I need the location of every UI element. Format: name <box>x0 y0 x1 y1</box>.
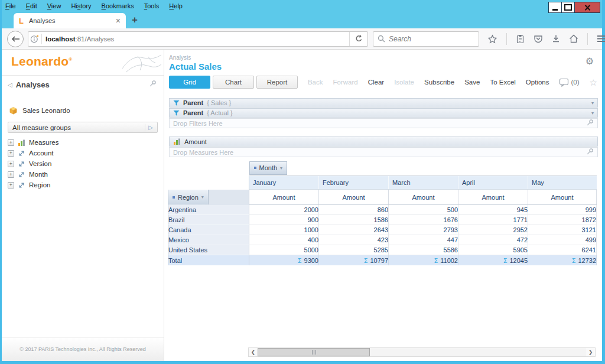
amount-cell[interactable]: 5285 <box>319 245 389 255</box>
amount-cell[interactable]: 900 <box>249 215 319 225</box>
amount-cell[interactable]: 999 <box>528 205 597 215</box>
scrollbar-thumb[interactable] <box>258 348 370 356</box>
chevron-down-icon[interactable]: ▾ <box>280 165 282 171</box>
bookmark-star-icon[interactable] <box>487 34 497 44</box>
amount-cell[interactable]: 423 <box>319 235 389 245</box>
amount-cell[interactable]: 400 <box>249 235 319 245</box>
chevron-down-icon[interactable]: ▾ <box>591 100 594 106</box>
hamburger-menu-icon[interactable] <box>597 35 605 43</box>
horizontal-scrollbar[interactable]: ❮ ❯ <box>248 347 596 357</box>
region-row-header[interactable]: Canada <box>168 225 249 235</box>
amount-cell[interactable]: 5586 <box>389 245 458 255</box>
analyses-panel-header[interactable]: ◁ Analyses <box>2 76 164 93</box>
expand-plus-icon[interactable]: + <box>8 182 14 188</box>
menu-view[interactable]: View <box>47 2 61 9</box>
close-button[interactable] <box>574 2 600 13</box>
amount-cell[interactable]: 5905 <box>458 245 528 255</box>
amount-cell[interactable]: 2952 <box>458 225 528 235</box>
menu-history[interactable]: History <box>71 2 91 9</box>
month-column-header[interactable]: May <box>528 176 597 190</box>
chevron-down-icon[interactable]: ▾ <box>201 194 204 200</box>
site-info-icon[interactable] <box>28 35 40 43</box>
measure-column-header[interactable]: Amount <box>528 190 597 205</box>
amount-cell[interactable]: 6241 <box>528 245 597 255</box>
measure-groups-selector[interactable]: All measure groups ▷ <box>8 122 158 133</box>
filter-row-parent[interactable]: Parent{ Sales }▾ <box>169 98 598 108</box>
tab-close-icon[interactable]: × <box>116 17 121 25</box>
expand-plus-icon[interactable]: + <box>8 150 14 157</box>
measure-column-header[interactable]: Amount <box>389 190 458 205</box>
amount-cell[interactable]: 499 <box>528 235 597 245</box>
tab-analyses[interactable]: L Analyses × <box>14 13 126 28</box>
amount-cell[interactable]: 5000 <box>249 245 319 255</box>
measure-column-header[interactable]: Amount <box>249 190 319 205</box>
month-column-header[interactable]: March <box>389 176 458 190</box>
clear-button[interactable]: Clear <box>368 79 384 86</box>
pin-icon[interactable] <box>586 119 594 128</box>
scroll-left-button[interactable]: ❮ <box>249 348 258 356</box>
filter-row-parent[interactable]: Parent{ Actual }▾ <box>169 108 598 118</box>
region-row-header[interactable]: Mexico <box>168 235 249 245</box>
collapse-left-icon[interactable]: ◁ <box>8 82 12 88</box>
view-grid-button[interactable]: Grid <box>169 76 210 89</box>
menu-edit[interactable]: Edit <box>26 2 37 9</box>
reload-button[interactable] <box>349 32 367 46</box>
menu-help[interactable]: Help <box>169 2 183 9</box>
expand-plus-icon[interactable]: + <box>8 161 14 167</box>
save-button[interactable]: Save <box>464 79 480 86</box>
expand-plus-icon[interactable]: + <box>8 171 14 178</box>
maximize-button[interactable] <box>561 2 575 13</box>
amount-cell[interactable]: 1872 <box>528 215 597 225</box>
menu-bookmarks[interactable]: Bookmarks <box>102 2 134 9</box>
amount-cell[interactable]: 860 <box>319 205 389 215</box>
pocket-icon[interactable] <box>534 34 543 44</box>
drop-filters-zone[interactable]: Drop Filters Here <box>169 118 598 128</box>
amount-cell[interactable]: 500 <box>389 205 458 215</box>
home-icon[interactable] <box>569 34 578 43</box>
region-row-header[interactable]: Argentina <box>168 205 249 215</box>
tree-item-account[interactable]: +Account <box>8 148 164 158</box>
amount-cell[interactable]: 1000 <box>249 225 319 235</box>
region-dimension-chip[interactable]: Region▾ <box>168 190 209 204</box>
amount-cell[interactable]: 945 <box>458 205 528 215</box>
month-column-header[interactable]: January <box>249 176 319 190</box>
pin-icon[interactable] <box>586 148 594 157</box>
favorite-star-icon[interactable]: ☆ <box>590 78 597 87</box>
tree-item-measures[interactable]: +Measures <box>8 137 164 148</box>
subscribe-button[interactable]: Subscribe <box>424 79 454 86</box>
amount-cell[interactable]: 2643 <box>319 225 389 235</box>
url-bar[interactable]: localhost:81/Analyses <box>28 31 368 47</box>
menu-file[interactable]: File <box>5 2 16 9</box>
options-button[interactable]: Options <box>526 79 549 86</box>
amount-cell[interactable]: 1676 <box>389 215 458 225</box>
minimize-button[interactable] <box>548 2 562 13</box>
region-row-header[interactable]: Brazil <box>168 215 249 225</box>
amount-cell[interactable]: 2000 <box>249 205 319 215</box>
tree-item-region[interactable]: +Region <box>8 180 164 190</box>
view-report-button[interactable]: Report <box>256 76 298 89</box>
menu-tools[interactable]: Tools <box>144 2 160 9</box>
comments-button[interactable]: (0) <box>559 78 579 87</box>
pin-icon[interactable] <box>149 79 157 90</box>
tree-item-version[interactable]: +Version <box>8 158 164 169</box>
search-bar[interactable]: Search <box>373 31 479 47</box>
amount-cell[interactable]: 3121 <box>528 225 597 235</box>
to-excel-button[interactable]: To Excel <box>490 79 515 86</box>
drop-measures-zone[interactable]: Drop Measures Here <box>169 147 598 157</box>
view-chart-button[interactable]: Chart <box>213 76 254 89</box>
month-column-header[interactable]: April <box>458 176 528 190</box>
measure-column-header[interactable]: Amount <box>458 190 528 205</box>
tree-item-month[interactable]: +Month <box>8 169 164 180</box>
back-button[interactable] <box>7 31 24 47</box>
expand-right-icon[interactable]: ▷ <box>145 124 156 131</box>
amount-cell[interactable]: 2793 <box>389 225 458 235</box>
amount-cell[interactable]: 1586 <box>319 215 389 225</box>
measure-column-header[interactable]: Amount <box>319 190 389 205</box>
month-column-header[interactable]: February <box>319 176 389 190</box>
download-icon[interactable] <box>552 34 560 43</box>
chevron-down-icon[interactable]: ▾ <box>591 110 594 116</box>
amount-cell[interactable]: 447 <box>389 235 458 245</box>
new-tab-button[interactable]: + <box>132 14 138 26</box>
database-item[interactable]: Sales Leonardo <box>2 93 164 117</box>
month-dimension-chip[interactable]: Month▾ <box>249 161 288 175</box>
